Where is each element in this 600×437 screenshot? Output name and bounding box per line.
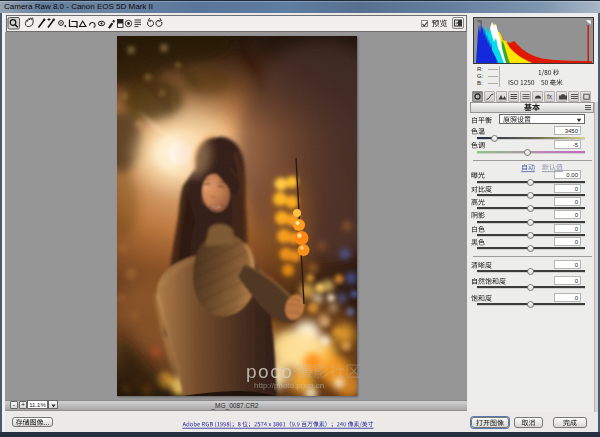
svg-text:fx: fx (547, 93, 553, 100)
svg-text:http://photo.poco.cn: http://photo.poco.cn (254, 381, 324, 390)
svg-text:poco: poco (246, 361, 293, 382)
